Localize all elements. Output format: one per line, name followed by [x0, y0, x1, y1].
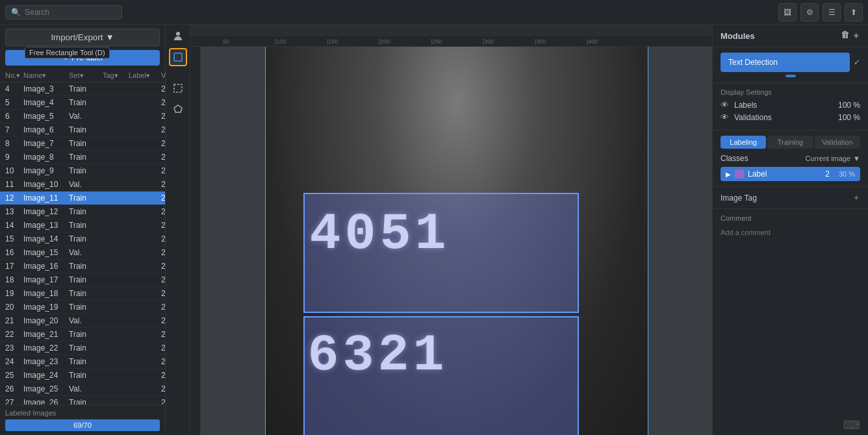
cell-name: Image_7: [23, 139, 69, 148]
cell-label: [129, 125, 161, 134]
rectangle-tool-btn[interactable]: [169, 48, 187, 66]
image-tag-section: Image Tag ＋: [713, 187, 868, 209]
eye-icon-labels[interactable]: 👁: [721, 100, 729, 110]
cell-val: 2: [161, 262, 165, 271]
cell-no: 11: [5, 180, 23, 189]
cell-set: Train: [69, 234, 103, 243]
cell-tag: [103, 84, 129, 93]
table-row[interactable]: 11 Image_10 Val. 2: [0, 178, 165, 192]
table-row[interactable]: 19 Image_18 Train 2: [0, 287, 165, 301]
cell-set: Val.: [69, 316, 103, 325]
cell-tag: [103, 275, 129, 284]
cell-label: [129, 207, 161, 216]
table-row[interactable]: 6 Image_5 Val. 2: [0, 110, 165, 123]
table-row[interactable]: 25 Image_24 Train 2: [0, 369, 165, 382]
table-row[interactable]: 22 Image_21 Train 2: [0, 328, 165, 342]
canvas-content[interactable]: 4051 6321: [201, 47, 712, 435]
cell-set: Train: [69, 303, 103, 312]
labels-row: 👁 Labels 100 %: [721, 100, 860, 110]
modules-header: Modules 🗑 ＋: [713, 25, 868, 47]
table-row[interactable]: 20 Image_19 Train 2: [0, 301, 165, 314]
right-panel: Modules 🗑 ＋ Text Detection ✓ Display Set…: [712, 25, 868, 435]
table-row[interactable]: 13 Image_12 Train 2: [0, 205, 165, 219]
person-tool-btn[interactable]: [169, 27, 187, 45]
table-row[interactable]: 10 Image_9 Train 2: [0, 164, 165, 178]
table-row[interactable]: 17 Image_16 Train 2: [0, 260, 165, 273]
table-row[interactable]: 24 Image_23 Train 2: [0, 355, 165, 369]
cell-name: Image_3: [23, 84, 69, 93]
list-icon-btn[interactable]: ☰: [823, 3, 841, 21]
table-row[interactable]: 7 Image_6 Train 2: [0, 123, 165, 137]
cell-label: [129, 248, 161, 257]
table-row[interactable]: 26 Image_25 Val. 2: [0, 382, 165, 396]
table-row[interactable]: 14 Image_13 Train 2: [0, 219, 165, 232]
table-row[interactable]: 4 Image_3 Train 2: [0, 82, 165, 96]
table-row[interactable]: 15 Image_14 Train 2: [0, 232, 165, 246]
col-tag[interactable]: Tag▾: [103, 71, 129, 80]
current-image-dropdown[interactable]: Current image ▼: [805, 155, 860, 162]
cell-set: Val.: [69, 112, 103, 121]
cell-name: Image_17: [23, 275, 69, 284]
cell-val: 2: [161, 289, 165, 298]
filter-icon-btn[interactable]: ⚙: [800, 3, 819, 21]
cell-tag: [103, 221, 129, 230]
table-row[interactable]: 16 Image_15 Val. 2: [0, 246, 165, 260]
label-row[interactable]: ▶ Label 2 30 %: [721, 167, 860, 181]
col-label[interactable]: Label▾: [129, 71, 161, 80]
canvas-area[interactable]: 50 |100 |150 |200 |250 |300 |350 |400 40…: [190, 25, 712, 435]
cell-no: 23: [5, 343, 23, 353]
table-header: No.▾ Name▾ Set▾ Tag▾ Label▾ Val.▾: [0, 69, 165, 82]
table-row[interactable]: 8 Image_7 Train 2: [0, 137, 165, 151]
table-row[interactable]: 9 Image_8 Train 2: [0, 151, 165, 164]
cell-tag: [103, 153, 129, 162]
tab-validation[interactable]: Validation: [815, 136, 860, 149]
cell-no: 4: [5, 84, 23, 93]
import-export-button[interactable]: Import/Export ▼: [5, 29, 160, 46]
table-row[interactable]: 5 Image_4 Train 2: [0, 96, 165, 110]
add-tag-icon[interactable]: ＋: [852, 192, 860, 203]
keyboard-icon-row: ⌨: [713, 416, 868, 435]
check-icon: ✓: [854, 58, 860, 67]
upload-icon-btn[interactable]: ⬆: [845, 3, 863, 21]
keyboard-icon[interactable]: ⌨: [843, 418, 860, 432]
cell-no: 27: [5, 398, 23, 404]
cell-tag: [103, 166, 129, 175]
cell-label: [129, 193, 161, 203]
search-box[interactable]: 🔍: [5, 5, 122, 19]
trash-icon[interactable]: 🗑: [841, 30, 849, 42]
text-detection-button[interactable]: Text Detection: [721, 53, 850, 72]
cell-val: 2: [161, 398, 165, 404]
cell-tag: [103, 384, 129, 393]
tab-training[interactable]: Training: [767, 136, 813, 149]
table-row[interactable]: 12 Image_11 Train 2: [0, 192, 165, 205]
table-row[interactable]: 18 Image_17 Train 2: [0, 273, 165, 287]
cell-name: Image_8: [23, 153, 69, 162]
table-row[interactable]: 23 Image_22 Train 2: [0, 342, 165, 355]
table-row[interactable]: 21 Image_20 Val. 2: [0, 314, 165, 328]
cell-set: Val.: [69, 180, 103, 189]
search-input[interactable]: [25, 8, 116, 17]
cell-label: [129, 330, 161, 339]
cell-tag: [103, 180, 129, 189]
image-icon-btn[interactable]: 🖼: [778, 3, 797, 21]
cell-val: 2: [161, 221, 165, 230]
col-name[interactable]: Name▾: [23, 71, 69, 80]
tab-labeling[interactable]: Labeling: [721, 136, 766, 149]
cell-label: [129, 289, 161, 298]
cell-label: [129, 112, 161, 121]
cell-val: 2: [161, 234, 165, 243]
col-no[interactable]: No.▾: [5, 71, 23, 80]
cell-val: 2: [161, 357, 165, 366]
table-row[interactable]: 27 Image_26 Train 2: [0, 396, 165, 404]
cell-name: Image_4: [23, 98, 69, 107]
cell-set: Train: [69, 357, 103, 366]
col-set[interactable]: Set▾: [69, 71, 103, 80]
dotted-rect-tool-btn[interactable]: [169, 79, 187, 97]
comment-input[interactable]: [721, 229, 860, 236]
cell-no: 5: [5, 98, 23, 107]
eye-icon-validations[interactable]: 👁: [721, 112, 729, 122]
cell-val: 2: [161, 207, 165, 216]
cell-no: 17: [5, 262, 23, 271]
add-icon[interactable]: ＋: [852, 30, 860, 42]
polygon-tool-btn[interactable]: [169, 100, 187, 118]
